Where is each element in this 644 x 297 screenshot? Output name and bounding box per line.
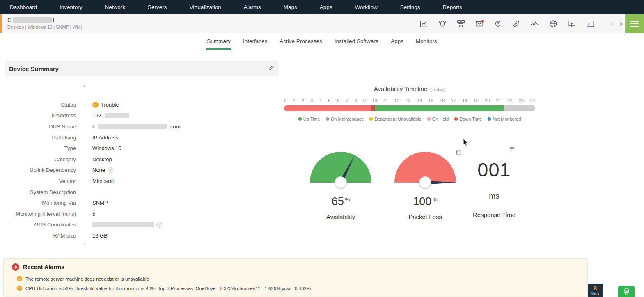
field-value: !! Trouble <box>92 102 119 108</box>
legend-dot <box>427 117 431 121</box>
terminal-icon[interactable] <box>586 19 595 28</box>
field-row-monitoring-interval: Monitoring Interval (mins) 5 <box>5 208 279 219</box>
device-summary-fields: Status !! Trouble IPAddress 192. DNS Nam… <box>5 99 279 241</box>
field-row-system-description: System Description <box>5 187 279 198</box>
nav-item-workflow[interactable]: Workflow <box>355 4 377 10</box>
nav-item-maps[interactable]: Maps <box>284 4 297 10</box>
field-row-category: Category Desktop <box>5 154 279 165</box>
legend-dot <box>369 117 373 121</box>
printer-icon <box>623 288 630 295</box>
dependency-link-icon[interactable] <box>512 19 521 28</box>
scroll-up-icon[interactable]: ▲ <box>83 84 86 87</box>
hour-tick-label: 23 <box>519 98 524 103</box>
field-value: SNMP <box>92 200 108 206</box>
widget-table-icon[interactable] <box>456 149 462 155</box>
help-icon[interactable]: ? <box>156 222 162 228</box>
field-label: Type <box>5 145 76 151</box>
legend-dot <box>326 117 329 121</box>
timeline-hour-labels: 0123456789101112131415161718192021222324 <box>284 98 535 103</box>
recent-alarms-list: !! The remote server machine does not ex… <box>17 276 587 291</box>
timeline-subtitle: (Today) <box>431 87 446 92</box>
field-value: 5 <box>92 211 95 217</box>
topology-icon[interactable] <box>456 19 465 28</box>
chevron-left-icon[interactable]: ‹ <box>610 20 613 28</box>
field-row-ipaddress: IPAddress 192. <box>5 110 279 121</box>
hour-tick-label: 5 <box>328 98 330 103</box>
status-accent-strip <box>0 14 2 33</box>
nav-item-inventory[interactable]: Inventory <box>60 4 83 10</box>
availability-value: 65% <box>310 195 371 208</box>
nav-item-servers[interactable]: Servers <box>148 4 167 10</box>
remote-desktop-icon[interactable] <box>567 19 576 28</box>
hour-tick-label: 17 <box>451 98 456 103</box>
widget-table-icon[interactable] <box>509 146 515 152</box>
menu-button[interactable] <box>625 14 644 33</box>
field-row-vendor: Vendor Microsoft <box>5 176 279 187</box>
field-row-uplink-dependency: Uplink Dependency None ? <box>5 165 279 176</box>
mail-icon[interactable] <box>475 19 484 28</box>
nav-item-virtualization[interactable]: Virtualization <box>190 4 221 10</box>
support-chat-button[interactable] <box>618 286 635 297</box>
alarm-bell-icon[interactable] <box>438 19 447 28</box>
availability-timeline-bar[interactable] <box>284 105 535 111</box>
response-time-unit: ms <box>465 192 523 201</box>
trouble-severity-icon: !! <box>17 276 22 281</box>
device-tabbar: Summary Interfaces Active Processes Inst… <box>0 33 644 50</box>
hour-tick-label: 0 <box>284 98 286 103</box>
field-value: k .com <box>92 123 181 130</box>
alarm-count-badge[interactable]: 8 Alarms <box>588 284 603 297</box>
redacted-gps <box>92 222 154 227</box>
device-pager: ‹ › <box>610 14 623 33</box>
chevron-right-icon[interactable]: › <box>620 20 623 28</box>
globe-icon[interactable] <box>549 19 558 28</box>
hour-tick-label: 2 <box>302 98 304 103</box>
tab-interfaces[interactable]: Interfaces <box>242 33 268 50</box>
hamburger-icon <box>630 21 639 22</box>
packet-loss-value: 100% <box>394 195 456 208</box>
field-label: RAM size <box>5 233 76 239</box>
field-row-poll-using: Poll Using IP Address <box>5 132 279 143</box>
nav-item-network[interactable]: Network <box>105 4 126 10</box>
legend-item: Down Time <box>454 117 482 121</box>
legend-item: Dependent Unavailable <box>369 117 421 121</box>
timeline-segment <box>504 105 535 111</box>
response-time-widget: 001 ms Response Time <box>465 158 523 218</box>
nav-item-dashboard[interactable]: Dashboard <box>10 4 37 10</box>
traffic-graph-icon[interactable] <box>530 19 539 28</box>
tab-apps[interactable]: Apps <box>390 33 404 50</box>
hour-tick-label: 22 <box>507 98 512 103</box>
field-label: IPAddress <box>5 112 76 119</box>
legend-dot <box>488 117 491 121</box>
hour-tick-label: 7 <box>346 98 348 103</box>
location-pin-icon[interactable] <box>493 19 502 28</box>
tab-active-processes[interactable]: Active Processes <box>279 33 323 50</box>
scroll-down-icon[interactable]: ▼ <box>83 242 86 246</box>
nav-item-reports[interactable]: Reports <box>443 4 462 10</box>
help-icon[interactable]: ? <box>108 167 113 173</box>
field-label: Uplink Dependency <box>5 167 76 173</box>
availability-gauge: 65% Availability <box>310 152 371 220</box>
performance-chart-icon[interactable] <box>419 19 429 28</box>
field-label: Vendor <box>5 178 76 184</box>
recent-alarms-panel: Recent Alarms !! The remote server machi… <box>3 258 588 297</box>
nav-item-apps[interactable]: Apps <box>320 4 332 10</box>
hour-tick-label: 1 <box>293 98 295 103</box>
device-name: C t <box>7 16 82 23</box>
hour-tick-label: 12 <box>394 98 399 103</box>
tab-installed-software[interactable]: Installed Software <box>334 33 379 50</box>
hour-tick-label: 18 <box>462 98 467 103</box>
alarm-row[interactable]: !! The remote server machine does not ex… <box>17 276 587 281</box>
panel-title: Device Summary <box>9 65 59 72</box>
tab-summary[interactable]: Summary <box>206 33 231 50</box>
packet-loss-label: Packet Loss <box>394 213 456 220</box>
edit-icon[interactable] <box>267 65 274 72</box>
alarm-row[interactable]: !! CPU Utilization is 52%, threshold val… <box>17 286 587 291</box>
response-time-value: 001 <box>465 158 523 181</box>
nav-item-alarms[interactable]: Alarms <box>244 4 261 10</box>
nav-item-settings[interactable]: Settings <box>400 4 420 10</box>
mail-notification-dot <box>481 20 484 22</box>
device-name-prefix: C <box>7 16 12 23</box>
tab-monitors[interactable]: Monitors <box>415 33 438 50</box>
trouble-status-icon: !! <box>92 102 99 108</box>
legend-dot <box>454 117 458 121</box>
